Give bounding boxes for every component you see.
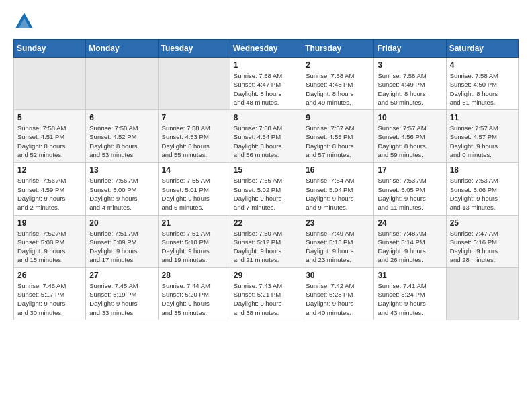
calendar-cell: 25Sunrise: 7:47 AM Sunset: 5:16 PM Dayli… — [446, 215, 518, 267]
day-number: 13 — [89, 165, 154, 175]
calendar-cell: 23Sunrise: 7:49 AM Sunset: 5:13 PM Dayli… — [302, 215, 374, 267]
calendar-cell: 13Sunrise: 7:56 AM Sunset: 5:00 PM Dayli… — [86, 163, 158, 215]
calendar-week-4: 19Sunrise: 7:52 AM Sunset: 5:08 PM Dayli… — [14, 215, 519, 267]
calendar-week-2: 5Sunrise: 7:58 AM Sunset: 4:51 PM Daylig… — [14, 110, 519, 163]
day-number: 2 — [306, 60, 370, 70]
calendar-cell: 2Sunrise: 7:58 AM Sunset: 4:48 PM Daylig… — [302, 58, 374, 110]
weekday-header-wednesday: Wednesday — [230, 40, 302, 58]
calendar-cell: 21Sunrise: 7:51 AM Sunset: 5:10 PM Dayli… — [158, 215, 230, 267]
day-number: 21 — [162, 218, 226, 228]
day-info: Sunrise: 7:57 AM Sunset: 4:56 PM Dayligh… — [378, 124, 442, 159]
day-number: 30 — [306, 271, 370, 280]
calendar-cell: 11Sunrise: 7:57 AM Sunset: 4:57 PM Dayli… — [446, 110, 518, 163]
weekday-header-thursday: Thursday — [302, 40, 374, 58]
day-number: 31 — [378, 271, 442, 280]
day-number: 27 — [89, 271, 154, 280]
calendar-cell — [446, 267, 518, 320]
calendar-cell: 7Sunrise: 7:58 AM Sunset: 4:53 PM Daylig… — [158, 110, 230, 163]
day-info: Sunrise: 7:56 AM Sunset: 4:59 PM Dayligh… — [17, 176, 82, 212]
day-info: Sunrise: 7:56 AM Sunset: 5:00 PM Dayligh… — [89, 176, 154, 212]
calendar-week-3: 12Sunrise: 7:56 AM Sunset: 4:59 PM Dayli… — [14, 163, 519, 215]
day-number: 29 — [234, 271, 298, 280]
day-number: 24 — [378, 218, 442, 228]
day-info: Sunrise: 7:49 AM Sunset: 5:13 PM Dayligh… — [306, 229, 370, 265]
day-info: Sunrise: 7:58 AM Sunset: 4:54 PM Dayligh… — [234, 124, 298, 159]
day-number: 17 — [378, 165, 442, 175]
day-info: Sunrise: 7:58 AM Sunset: 4:53 PM Dayligh… — [162, 124, 226, 159]
day-info: Sunrise: 7:47 AM Sunset: 5:16 PM Dayligh… — [450, 229, 515, 265]
day-number: 16 — [306, 165, 370, 175]
calendar-cell — [158, 58, 230, 110]
day-number: 11 — [450, 113, 515, 122]
calendar-cell: 19Sunrise: 7:52 AM Sunset: 5:08 PM Dayli… — [14, 215, 86, 267]
day-number: 9 — [306, 113, 370, 122]
day-info: Sunrise: 7:55 AM Sunset: 5:02 PM Dayligh… — [234, 176, 298, 212]
calendar-cell — [14, 58, 86, 110]
day-info: Sunrise: 7:52 AM Sunset: 5:08 PM Dayligh… — [17, 229, 82, 265]
day-info: Sunrise: 7:58 AM Sunset: 4:47 PM Dayligh… — [234, 71, 298, 107]
day-info: Sunrise: 7:44 AM Sunset: 5:20 PM Dayligh… — [162, 281, 226, 317]
calendar-cell: 6Sunrise: 7:58 AM Sunset: 4:52 PM Daylig… — [86, 110, 158, 163]
calendar-cell: 8Sunrise: 7:58 AM Sunset: 4:54 PM Daylig… — [230, 110, 302, 163]
calendar-cell: 12Sunrise: 7:56 AM Sunset: 4:59 PM Dayli… — [14, 163, 86, 215]
calendar-cell: 27Sunrise: 7:45 AM Sunset: 5:19 PM Dayli… — [86, 267, 158, 320]
calendar-cell: 18Sunrise: 7:53 AM Sunset: 5:06 PM Dayli… — [446, 163, 518, 215]
day-info: Sunrise: 7:55 AM Sunset: 5:01 PM Dayligh… — [162, 176, 226, 212]
weekday-header-sunday: Sunday — [14, 40, 86, 58]
weekday-header-friday: Friday — [374, 40, 446, 58]
calendar-cell: 28Sunrise: 7:44 AM Sunset: 5:20 PM Dayli… — [158, 267, 230, 320]
day-info: Sunrise: 7:54 AM Sunset: 5:04 PM Dayligh… — [306, 176, 370, 212]
calendar-cell: 4Sunrise: 7:58 AM Sunset: 4:50 PM Daylig… — [446, 58, 518, 110]
calendar-cell: 14Sunrise: 7:55 AM Sunset: 5:01 PM Dayli… — [158, 163, 230, 215]
day-number: 23 — [306, 218, 370, 228]
day-number: 19 — [17, 218, 82, 228]
day-number: 15 — [234, 165, 298, 175]
day-number: 1 — [234, 60, 298, 70]
day-info: Sunrise: 7:51 AM Sunset: 5:10 PM Dayligh… — [162, 229, 226, 265]
weekday-header-row: SundayMondayTuesdayWednesdayThursdayFrid… — [14, 40, 519, 58]
weekday-header-tuesday: Tuesday — [158, 40, 230, 58]
day-info: Sunrise: 7:53 AM Sunset: 5:06 PM Dayligh… — [450, 176, 515, 212]
day-info: Sunrise: 7:43 AM Sunset: 5:21 PM Dayligh… — [234, 281, 298, 317]
day-info: Sunrise: 7:53 AM Sunset: 5:05 PM Dayligh… — [378, 176, 442, 212]
calendar-week-5: 26Sunrise: 7:46 AM Sunset: 5:17 PM Dayli… — [14, 267, 519, 320]
calendar-cell: 1Sunrise: 7:58 AM Sunset: 4:47 PM Daylig… — [230, 58, 302, 110]
calendar-cell: 10Sunrise: 7:57 AM Sunset: 4:56 PM Dayli… — [374, 110, 446, 163]
day-info: Sunrise: 7:58 AM Sunset: 4:49 PM Dayligh… — [378, 71, 442, 107]
day-number: 4 — [450, 60, 515, 70]
calendar-cell — [86, 58, 158, 110]
calendar-cell: 16Sunrise: 7:54 AM Sunset: 5:04 PM Dayli… — [302, 163, 374, 215]
calendar-cell: 15Sunrise: 7:55 AM Sunset: 5:02 PM Dayli… — [230, 163, 302, 215]
day-info: Sunrise: 7:45 AM Sunset: 5:19 PM Dayligh… — [89, 281, 154, 317]
calendar-week-1: 1Sunrise: 7:58 AM Sunset: 4:47 PM Daylig… — [14, 58, 519, 110]
day-info: Sunrise: 7:58 AM Sunset: 4:48 PM Dayligh… — [306, 71, 370, 107]
calendar-cell: 5Sunrise: 7:58 AM Sunset: 4:51 PM Daylig… — [14, 110, 86, 163]
day-number: 10 — [378, 113, 442, 122]
day-number: 5 — [17, 113, 82, 122]
day-info: Sunrise: 7:58 AM Sunset: 4:51 PM Dayligh… — [17, 124, 82, 159]
day-number: 8 — [234, 113, 298, 122]
calendar-cell: 30Sunrise: 7:42 AM Sunset: 5:23 PM Dayli… — [302, 267, 374, 320]
day-number: 28 — [162, 271, 226, 280]
day-info: Sunrise: 7:58 AM Sunset: 4:50 PM Dayligh… — [450, 71, 515, 107]
weekday-header-saturday: Saturday — [446, 40, 518, 58]
day-number: 14 — [162, 165, 226, 175]
calendar-cell: 29Sunrise: 7:43 AM Sunset: 5:21 PM Dayli… — [230, 267, 302, 320]
calendar-cell: 31Sunrise: 7:41 AM Sunset: 5:24 PM Dayli… — [374, 267, 446, 320]
day-info: Sunrise: 7:50 AM Sunset: 5:12 PM Dayligh… — [234, 229, 298, 265]
day-info: Sunrise: 7:42 AM Sunset: 5:23 PM Dayligh… — [306, 281, 370, 317]
day-info: Sunrise: 7:48 AM Sunset: 5:14 PM Dayligh… — [378, 229, 442, 265]
calendar-cell: 3Sunrise: 7:58 AM Sunset: 4:49 PM Daylig… — [374, 58, 446, 110]
day-number: 18 — [450, 165, 515, 175]
calendar-cell: 17Sunrise: 7:53 AM Sunset: 5:05 PM Dayli… — [374, 163, 446, 215]
day-info: Sunrise: 7:57 AM Sunset: 4:57 PM Dayligh… — [450, 124, 515, 159]
day-number: 12 — [17, 165, 82, 175]
logo — [13, 11, 36, 32]
calendar-cell: 20Sunrise: 7:51 AM Sunset: 5:09 PM Dayli… — [86, 215, 158, 267]
day-info: Sunrise: 7:41 AM Sunset: 5:24 PM Dayligh… — [378, 281, 442, 317]
calendar-cell: 9Sunrise: 7:57 AM Sunset: 4:55 PM Daylig… — [302, 110, 374, 163]
day-number: 20 — [89, 218, 154, 228]
calendar-cell: 22Sunrise: 7:50 AM Sunset: 5:12 PM Dayli… — [230, 215, 302, 267]
day-number: 25 — [450, 218, 515, 228]
day-number: 7 — [162, 113, 226, 122]
